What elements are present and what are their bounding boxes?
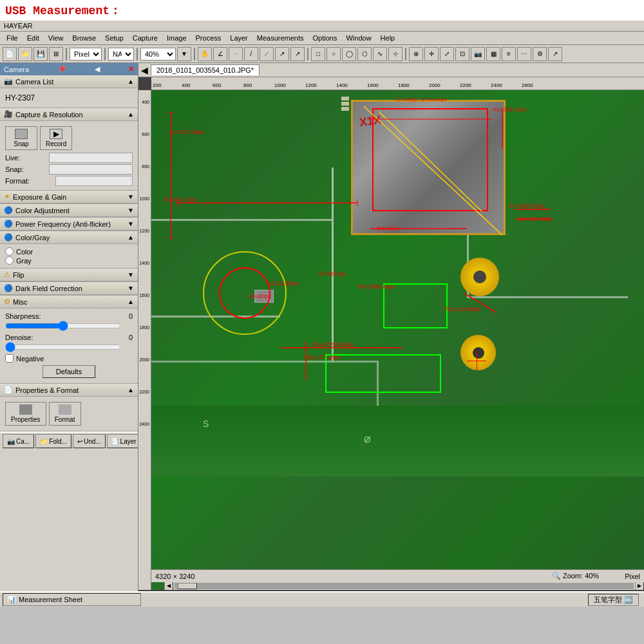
- toolbar-spline[interactable]: ∿: [373, 47, 387, 61]
- defaults-button[interactable]: Defaults: [43, 365, 95, 378]
- toolbar-new[interactable]: 📄: [3, 47, 17, 61]
- toolbar-angle[interactable]: ∠: [213, 47, 227, 61]
- snap-button[interactable]: Snap: [5, 126, 37, 150]
- toolbar-circle[interactable]: ○: [327, 47, 341, 61]
- section-power-freq-header[interactable]: 🔵 Power Frequency (Anti-flicker) ▼: [0, 218, 138, 231]
- scroll-left[interactable]: ◀: [164, 582, 173, 591]
- tab-nav-left[interactable]: ◀: [141, 65, 148, 75]
- ime-button[interactable]: 五笔字型 🔤: [588, 594, 639, 606]
- denoise-slider[interactable]: [5, 343, 121, 352]
- pcb-bottom: S ⌀: [151, 406, 644, 477]
- toolbar-line2[interactable]: ⟋: [260, 47, 274, 61]
- toolbar-grid2[interactable]: ▦: [486, 47, 500, 61]
- zoom-select[interactable]: 40%: [140, 48, 176, 61]
- menu-help[interactable]: Help: [377, 33, 399, 43]
- toolbar-fit[interactable]: ⤢: [440, 47, 454, 61]
- exposure-collapse[interactable]: ▼: [128, 193, 134, 200]
- toolbar-grid[interactable]: ⊞: [49, 47, 63, 61]
- sharpness-row: Sharpness: 0: [5, 312, 133, 320]
- panel-arrow[interactable]: ◀: [95, 65, 100, 73]
- menu-measurements[interactable]: Measurements: [253, 33, 308, 43]
- menu-browse[interactable]: Browse: [68, 33, 100, 43]
- section-flip-header[interactable]: ⚠ Flip ▼: [0, 269, 138, 281]
- menu-capture[interactable]: Capture: [129, 33, 162, 43]
- folder-task-btn[interactable]: 📁 Fold...: [35, 434, 71, 448]
- toolbar-rect[interactable]: □: [311, 47, 325, 61]
- dark-field-collapse[interactable]: ▼: [128, 285, 134, 292]
- flip-collapse[interactable]: ▼: [128, 271, 134, 278]
- gray-radio[interactable]: [5, 256, 14, 265]
- menu-file[interactable]: File: [3, 33, 22, 43]
- scroll-thumb[interactable]: [178, 583, 197, 589]
- section-properties-header[interactable]: 📄 Properties & Format ▲: [0, 384, 138, 397]
- toolbar-pts[interactable]: ⊹: [388, 47, 402, 61]
- image-area[interactable]: ◀ 2018_0101_003554_010.JPG* 200 400 600 …: [138, 63, 644, 591]
- toolbar-line[interactable]: /: [244, 47, 258, 61]
- toolbar-open[interactable]: 📁: [18, 47, 32, 61]
- camera-task-btn[interactable]: 📷 Ca...: [3, 434, 34, 448]
- live-input[interactable]: [49, 153, 133, 163]
- toolbar-more[interactable]: ⋯: [517, 47, 531, 61]
- section-color-gray-header[interactable]: 🔵 Color/Gray ▲: [0, 231, 138, 244]
- scroll-track[interactable]: [175, 583, 634, 589]
- capture-collapse[interactable]: ▲: [128, 111, 134, 118]
- toolbar-cross[interactable]: ✛: [424, 47, 439, 61]
- toolbar-arrow[interactable]: ↗: [290, 47, 305, 61]
- undo-task-btn[interactable]: ↩ Und...: [73, 434, 106, 448]
- sharpness-slider[interactable]: [5, 321, 121, 330]
- menu-edit[interactable]: Edit: [23, 33, 43, 43]
- color-radio[interactable]: [5, 247, 14, 256]
- toolbar-poly[interactable]: ⬡: [357, 47, 372, 61]
- panel-pin[interactable]: 📌: [57, 65, 66, 73]
- horizontal-scrollbar[interactable]: ◀ ▶: [164, 581, 644, 590]
- record-button[interactable]: ▶ Record: [40, 126, 72, 150]
- solder-3: [341, 107, 349, 111]
- measurement-sheet-btn[interactable]: 📊 Measurement Sheet: [3, 593, 141, 606]
- toolbar-list[interactable]: ≡: [502, 47, 516, 61]
- color-gray-collapse[interactable]: ▲: [128, 234, 134, 241]
- format-input[interactable]: [55, 176, 133, 186]
- toolbar-cursor[interactable]: ⊕: [409, 47, 423, 61]
- color-adj-collapse[interactable]: ▼: [128, 207, 134, 214]
- pcb-canvas[interactable]: X1X: [151, 90, 644, 590]
- menu-process[interactable]: Process: [192, 33, 225, 43]
- section-camera-list-header[interactable]: 📷 Camera List ▲: [0, 75, 138, 88]
- toolbar-export[interactable]: ↗: [548, 47, 562, 61]
- toolbar-multiline[interactable]: ↗: [275, 47, 289, 61]
- menu-view[interactable]: View: [44, 33, 68, 43]
- menu-options[interactable]: Options: [309, 33, 341, 43]
- zoom-info: 🔍 Zoom: 40%: [552, 572, 599, 580]
- menu-setup[interactable]: Setup: [101, 33, 128, 43]
- menu-layer[interactable]: Layer: [226, 33, 252, 43]
- layer-task-btn[interactable]: 📑 Layer: [107, 434, 138, 448]
- toolbar-hand[interactable]: ✋: [198, 47, 212, 61]
- camera-list-collapse[interactable]: ▲: [128, 78, 134, 85]
- toolbar-zoom-fit[interactable]: ⊡: [455, 47, 469, 61]
- misc-collapse[interactable]: ▲: [128, 298, 134, 305]
- toolbar-save[interactable]: 💾: [33, 47, 48, 61]
- properties-collapse[interactable]: ▲: [128, 386, 134, 393]
- menu-window[interactable]: Window: [342, 33, 375, 43]
- power-collapse[interactable]: ▼: [128, 220, 134, 227]
- panel-close[interactable]: ✕: [128, 65, 134, 73]
- section-color-adj-header[interactable]: 🔵 Color Adjustment ▼: [0, 204, 138, 217]
- section-exposure-header[interactable]: ☀ Exposure & Gain ▼: [0, 191, 138, 204]
- toolbar-camera2[interactable]: 📷: [471, 47, 485, 61]
- section-misc-header[interactable]: ⚙ Misc ▲: [0, 296, 138, 308]
- na-select[interactable]: NA: [108, 48, 134, 61]
- scroll-right[interactable]: ▶: [635, 582, 644, 591]
- menu-image[interactable]: Image: [163, 33, 191, 43]
- section-capture-header[interactable]: 🎥 Capture & Resolution ▲: [0, 108, 138, 121]
- format-button[interactable]: Format: [49, 402, 81, 426]
- toolbar-zoom-list[interactable]: ▼: [177, 47, 191, 61]
- section-dark-field-header[interactable]: 🔵 Dark Field Correction ▼: [0, 282, 138, 295]
- pixel-select[interactable]: Pixel: [70, 48, 102, 61]
- toolbar-settings[interactable]: ⚙: [533, 47, 547, 61]
- toolbar-ellipse[interactable]: ◯: [342, 47, 356, 61]
- section-camera-list: 📷 Camera List ▲ HY-2307: [0, 75, 138, 108]
- toolbar-dot[interactable]: ·: [229, 47, 243, 61]
- negative-checkbox[interactable]: [5, 354, 14, 363]
- snap-input[interactable]: [49, 164, 133, 175]
- properties-button[interactable]: Properties: [5, 402, 46, 426]
- image-tab[interactable]: 2018_0101_003554_010.JPG*: [151, 64, 260, 75]
